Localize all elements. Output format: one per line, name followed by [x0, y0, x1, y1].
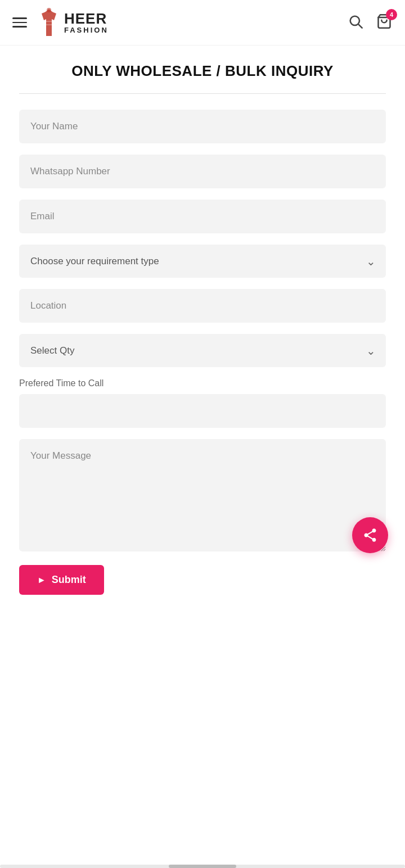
hamburger-menu[interactable]: [12, 17, 27, 28]
requirement-group: Choose your requirement type Wholesale B…: [19, 245, 386, 278]
logo-heer-text: HEER: [64, 11, 109, 27]
requirement-select-wrapper: Choose your requirement type Wholesale B…: [19, 245, 386, 278]
preferred-time-input[interactable]: [19, 394, 386, 428]
message-group: [19, 439, 386, 554]
svg-line-4: [359, 25, 362, 28]
preferred-time-group: Prefered Time to Call: [19, 378, 386, 428]
share-button[interactable]: [352, 517, 388, 553]
name-group: [19, 110, 386, 143]
header: HEER FASHION 4: [0, 0, 405, 46]
preferred-time-label: Prefered Time to Call: [19, 378, 386, 388]
whatsapp-group: [19, 155, 386, 188]
location-group: [19, 289, 386, 323]
requirement-select[interactable]: Choose your requirement type Wholesale B…: [19, 245, 386, 278]
qty-select[interactable]: Select Qty 50-100 100-500 500-1000 1000+: [19, 334, 386, 367]
logo-text: HEER FASHION: [64, 11, 109, 35]
logo-icon: [37, 8, 61, 37]
logo[interactable]: HEER FASHION: [37, 8, 109, 37]
bottom-bar: [0, 865, 405, 868]
qty-group: Select Qty 50-100 100-500 500-1000 1000+…: [19, 334, 386, 367]
share-icon: [362, 527, 378, 543]
whatsapp-input[interactable]: [19, 155, 386, 188]
page-title: ONLY WHOLESALE / BULK INQUIRY: [19, 62, 386, 80]
main-content: ONLY WHOLESALE / BULK INQUIRY Choose you…: [0, 46, 405, 629]
header-right: 4: [348, 13, 393, 31]
cart-button[interactable]: 4: [376, 13, 393, 31]
submit-button[interactable]: ► Submit: [19, 565, 104, 595]
submit-icon: ►: [37, 575, 46, 585]
svg-point-0: [47, 8, 51, 12]
header-left: HEER FASHION: [12, 8, 109, 37]
message-textarea[interactable]: [19, 439, 386, 551]
divider: [19, 93, 386, 94]
qty-select-wrapper: Select Qty 50-100 100-500 500-1000 1000+…: [19, 334, 386, 367]
location-input[interactable]: [19, 289, 386, 323]
email-group: [19, 200, 386, 233]
svg-point-3: [350, 16, 359, 25]
name-input[interactable]: [19, 110, 386, 143]
search-button[interactable]: [348, 13, 363, 31]
email-input[interactable]: [19, 200, 386, 233]
inquiry-form: Choose your requirement type Wholesale B…: [19, 110, 386, 595]
cart-badge: 4: [386, 9, 397, 20]
bottom-bar-indicator: [169, 865, 236, 868]
logo-fashion-text: FASHION: [64, 26, 109, 34]
submit-label: Submit: [52, 574, 86, 586]
